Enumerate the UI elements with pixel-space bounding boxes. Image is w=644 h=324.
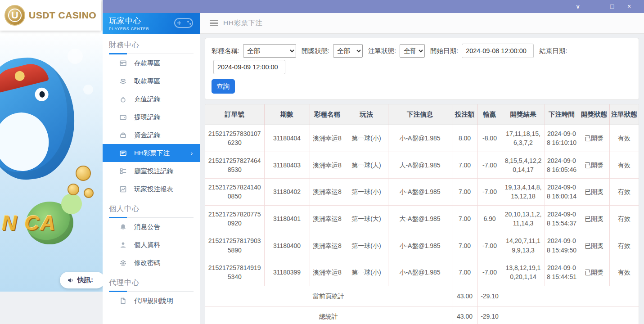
table-cell: 澳洲幸运8 bbox=[310, 179, 345, 206]
sidebar-item-withdraw[interactable]: 取款專區 bbox=[103, 72, 200, 90]
table-cell: 第一球(大) bbox=[345, 205, 388, 232]
table-cell: 31180403 bbox=[264, 152, 310, 179]
room-bet-record-icon bbox=[119, 167, 127, 175]
filter-label-start-date: 開始日期: bbox=[430, 47, 458, 55]
shark-pupil bbox=[39, 91, 45, 98]
withdraw-icon bbox=[119, 77, 127, 85]
speaker-icon bbox=[67, 277, 74, 284]
sidebar-item-gear[interactable]: 修改密碼 bbox=[103, 254, 200, 272]
table-header-row: 訂單號期數彩種名稱玩法下注信息投注額輸贏開獎結果下注時間開獎狀態注單狀態 bbox=[205, 104, 639, 125]
hamburger-icon[interactable] bbox=[210, 20, 218, 26]
table-cell: 7.00 bbox=[452, 259, 477, 286]
ticker-button[interactable]: 快訊: bbox=[60, 272, 103, 288]
sidebar-item-label: 消息公告 bbox=[134, 223, 160, 231]
summary-row: 總統計43.00-29.10 bbox=[205, 306, 639, 324]
shark-eye bbox=[34, 87, 49, 102]
table-cell: 澳洲幸运8 bbox=[310, 125, 345, 152]
table-cell: 8,15,5,4,12,20,14,17 bbox=[502, 152, 545, 179]
maximize-icon[interactable]: □ bbox=[603, 0, 621, 13]
column-header: 投注額 bbox=[452, 104, 477, 125]
table-cell: -8.00 bbox=[477, 125, 502, 152]
gear-icon bbox=[119, 259, 127, 267]
sidebar-section-title: 財務中心 bbox=[103, 34, 200, 54]
sidebar-item-document[interactable]: 代理規則說明 bbox=[103, 292, 200, 310]
table-cell: -7.00 bbox=[477, 179, 502, 206]
sidebar-item-recharge-record[interactable]: 充值記錄 bbox=[103, 90, 200, 108]
start-date-input[interactable] bbox=[462, 44, 534, 58]
table-cell: 19,13,4,14,8,15,12,18 bbox=[502, 179, 545, 206]
sidebar-item-label: 取款專區 bbox=[134, 77, 160, 86]
sidebar-item-label: 存款專區 bbox=[134, 59, 160, 68]
bet-status-select[interactable]: 全部 bbox=[400, 44, 425, 58]
end-date-input[interactable] bbox=[213, 60, 285, 74]
main-header: HH彩票下注 bbox=[200, 13, 644, 34]
sidebar-item-room-bet-record[interactable]: 廳室投註記錄 bbox=[103, 162, 200, 180]
sidebar-item-label: 代理規則說明 bbox=[134, 297, 173, 305]
table-cell: 有效 bbox=[609, 125, 639, 152]
ticker-label: 快訊: bbox=[77, 276, 93, 284]
summary-label: 當前頁統計 bbox=[205, 286, 452, 306]
sidebar-item-withdrawal-record[interactable]: 提現記錄 bbox=[103, 108, 200, 126]
table-cell: 2152172578207750920 bbox=[205, 205, 264, 232]
person-icon bbox=[119, 241, 127, 249]
brand-monogram: U bbox=[8, 9, 22, 22]
chevron-right-icon: › bbox=[191, 150, 193, 157]
filter-label-bet-status: 注單狀態: bbox=[368, 47, 396, 55]
chevron-down-icon[interactable]: ∨ bbox=[569, 0, 586, 13]
sidebar-item-deposit[interactable]: 存款專區 bbox=[103, 54, 200, 72]
lottery-select[interactable]: 全部 bbox=[243, 44, 296, 58]
column-header: 下注信息 bbox=[388, 104, 452, 125]
table-cell: -7.00 bbox=[477, 259, 502, 286]
shark-belly bbox=[0, 110, 52, 174]
bubble-decor bbox=[68, 49, 83, 64]
column-header: 下注時間 bbox=[545, 104, 579, 125]
summary-label: 總統計 bbox=[205, 306, 452, 324]
sidebar: 玩家中心 PLAYERS CENTER 財務中心存款專區取款專區充值記錄提現記錄… bbox=[103, 13, 200, 324]
filter-label-lottery: 彩種名稱: bbox=[212, 47, 239, 55]
table-cell: 有效 bbox=[609, 232, 639, 259]
section-label: 代理中心 bbox=[109, 278, 194, 291]
table-cell: 31180401 bbox=[264, 205, 310, 232]
column-header: 輸贏 bbox=[477, 104, 502, 125]
table-cell: 小-A盤@1.985 bbox=[388, 125, 452, 152]
sidebar-item-person[interactable]: 個人資料 bbox=[103, 236, 200, 254]
brand-name: USDT CASINO bbox=[29, 10, 96, 21]
table-cell: 7.00 bbox=[452, 179, 477, 206]
sidebar-item-bell[interactable]: 消息公告 bbox=[103, 218, 200, 236]
table-cell: 第一球(小) bbox=[345, 232, 388, 259]
gold-coin bbox=[68, 184, 79, 195]
page-title: HH彩票下注 bbox=[223, 18, 262, 28]
table-cell: 已開獎 bbox=[579, 232, 609, 259]
gamepad-icon bbox=[172, 16, 195, 31]
table-cell: 7.00 bbox=[452, 152, 477, 179]
table-cell: 澳洲幸运8 bbox=[310, 259, 345, 286]
query-button[interactable]: 查詢 bbox=[212, 79, 235, 94]
table-cell: 小-A盤@1.985 bbox=[388, 259, 452, 286]
table-cell: 6.90 bbox=[477, 205, 502, 232]
sidebar-menu: 財務中心存款專區取款專區充值記錄提現記錄資金記錄HH彩票下注›廳室投註記錄玩家投… bbox=[103, 34, 200, 310]
player-report-icon bbox=[119, 185, 127, 193]
recharge-record-icon bbox=[119, 95, 127, 103]
minimize-icon[interactable]: — bbox=[586, 0, 603, 13]
sidebar-item-label: 提現記錄 bbox=[134, 113, 160, 122]
table-cell: 已開獎 bbox=[579, 125, 609, 152]
close-icon[interactable]: × bbox=[621, 0, 638, 13]
column-header: 注單狀態 bbox=[609, 104, 639, 125]
sidebar-item-player-report[interactable]: 玩家投注報表 bbox=[103, 180, 200, 198]
sidebar-item-funds-record[interactable]: 資金記錄 bbox=[103, 126, 200, 144]
table-cell: 有效 bbox=[609, 152, 639, 179]
sidebar-section-title: 個人中心 bbox=[103, 198, 200, 218]
table-row: 215217257824140085031180402澳洲幸运8第一球(小)小-… bbox=[205, 179, 639, 206]
draw-status-select[interactable]: 全部 bbox=[333, 44, 363, 58]
column-header: 玩法 bbox=[345, 104, 388, 125]
table-row: 215217257817903589031180400澳洲幸运8第一球(小)小-… bbox=[205, 232, 639, 259]
table-cell: 有效 bbox=[609, 205, 639, 232]
summary-winloss-total: -29.10 bbox=[477, 286, 502, 306]
table-cell: 已開獎 bbox=[579, 205, 609, 232]
table-cell: 2024-09-08 15:44:51 bbox=[545, 259, 579, 286]
sidebar-item-label: 資金記錄 bbox=[134, 131, 160, 140]
sidebar-item-label: 廳室投註記錄 bbox=[134, 167, 173, 176]
sidebar-item-lottery-bet[interactable]: HH彩票下注› bbox=[103, 144, 200, 162]
table-cell: 第一球(小) bbox=[345, 259, 388, 286]
withdrawal-record-icon bbox=[119, 113, 127, 121]
